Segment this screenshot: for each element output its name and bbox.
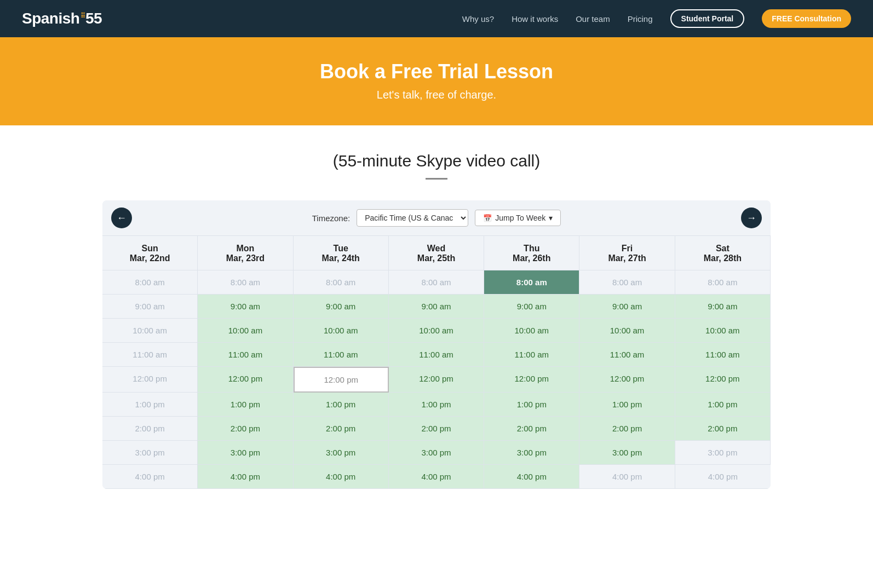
- section-title: (55-minute Skype video call): [11, 152, 862, 170]
- time-slot-3-6[interactable]: 11:00 am: [675, 343, 771, 367]
- time-slot-8-1[interactable]: 4:00 pm: [198, 465, 293, 489]
- jump-week-label: Jump To Week: [495, 214, 545, 222]
- time-slot-5-0: 1:00 pm: [102, 393, 198, 417]
- time-slot-1-0: 9:00 am: [102, 295, 198, 319]
- nav-why-us[interactable]: Why us?: [462, 14, 494, 24]
- navbar: Spanish⠿55 Why us? How it works Our team…: [0, 0, 873, 37]
- logo: Spanish⠿55: [22, 10, 102, 27]
- header-day-6: SatMar, 28th: [675, 236, 771, 270]
- time-slot-0-1: 8:00 am: [198, 270, 293, 295]
- calendar-box: ← Timezone: Pacific Time (US & Canac 📅 J…: [102, 200, 771, 489]
- hero-title: Book a Free Trial Lesson: [11, 60, 862, 83]
- time-slot-5-2[interactable]: 1:00 pm: [294, 393, 389, 417]
- calendar-toolbar: ← Timezone: Pacific Time (US & Canac 📅 J…: [102, 200, 771, 235]
- time-slot-8-5: 4:00 pm: [579, 465, 675, 489]
- time-slot-3-4[interactable]: 11:00 am: [484, 343, 579, 367]
- jump-to-week-button[interactable]: 📅 Jump To Week ▾: [475, 210, 561, 226]
- time-slot-2-1[interactable]: 10:00 am: [198, 319, 293, 343]
- time-slot-7-4[interactable]: 3:00 pm: [484, 441, 579, 465]
- header-day-2: TueMar, 24th: [294, 236, 389, 270]
- nav-pricing[interactable]: Pricing: [628, 14, 653, 24]
- header-day-1: MonMar, 23rd: [198, 236, 293, 270]
- time-slot-4-5[interactable]: 12:00 pm: [579, 367, 675, 393]
- student-portal-button[interactable]: Student Portal: [670, 9, 745, 28]
- time-slot-5-4[interactable]: 1:00 pm: [484, 393, 579, 417]
- time-slot-7-3[interactable]: 3:00 pm: [389, 441, 484, 465]
- time-slot-5-3[interactable]: 1:00 pm: [389, 393, 484, 417]
- time-slot-3-5[interactable]: 11:00 am: [579, 343, 675, 367]
- time-slot-8-4[interactable]: 4:00 pm: [484, 465, 579, 489]
- timezone-label: Timezone:: [312, 214, 350, 223]
- time-slot-1-5[interactable]: 9:00 am: [579, 295, 675, 319]
- logo-dots: ⠿: [81, 12, 85, 20]
- time-slot-6-6[interactable]: 2:00 pm: [675, 417, 771, 441]
- header-day-3: WedMar, 25th: [389, 236, 484, 270]
- time-slot-1-2[interactable]: 9:00 am: [294, 295, 389, 319]
- section-divider: [426, 178, 447, 180]
- next-week-button[interactable]: →: [741, 207, 762, 228]
- nav-our-team[interactable]: Our team: [576, 14, 610, 24]
- time-slot-0-4[interactable]: 8:00 am: [484, 270, 579, 295]
- time-slot-3-1[interactable]: 11:00 am: [198, 343, 293, 367]
- time-slot-6-1[interactable]: 2:00 pm: [198, 417, 293, 441]
- time-slot-4-0: 12:00 pm: [102, 367, 198, 393]
- calendar-scroll[interactable]: SunMar, 22ndMonMar, 23rdTueMar, 24thWedM…: [102, 235, 771, 489]
- time-slot-5-6[interactable]: 1:00 pm: [675, 393, 771, 417]
- time-slot-7-0: 3:00 pm: [102, 441, 198, 465]
- time-slot-1-3[interactable]: 9:00 am: [389, 295, 484, 319]
- time-slot-2-5[interactable]: 10:00 am: [579, 319, 675, 343]
- hero-subtitle: Let's talk, free of charge.: [11, 89, 862, 101]
- time-slot-2-4[interactable]: 10:00 am: [484, 319, 579, 343]
- time-slot-2-3[interactable]: 10:00 am: [389, 319, 484, 343]
- time-slot-3-0: 11:00 am: [102, 343, 198, 367]
- time-slot-0-5: 8:00 am: [579, 270, 675, 295]
- time-slot-6-5[interactable]: 2:00 pm: [579, 417, 675, 441]
- time-slot-2-0: 10:00 am: [102, 319, 198, 343]
- logo-text: Spanish⠿55: [22, 10, 102, 27]
- time-slot-4-3[interactable]: 12:00 pm: [389, 367, 484, 393]
- time-slot-3-2[interactable]: 11:00 am: [294, 343, 389, 367]
- time-slot-7-6: 3:00 pm: [675, 441, 771, 465]
- header-day-5: FriMar, 27th: [579, 236, 675, 270]
- nav-links: Why us? How it works Our team Pricing St…: [462, 9, 851, 28]
- logo-number: 55: [85, 10, 102, 27]
- time-slot-8-6: 4:00 pm: [675, 465, 771, 489]
- time-slot-7-1[interactable]: 3:00 pm: [198, 441, 293, 465]
- time-slot-6-2[interactable]: 2:00 pm: [294, 417, 389, 441]
- hero-banner: Book a Free Trial Lesson Let's talk, fre…: [0, 37, 873, 125]
- time-slot-1-6[interactable]: 9:00 am: [675, 295, 771, 319]
- time-slot-1-1[interactable]: 9:00 am: [198, 295, 293, 319]
- time-slot-1-4[interactable]: 9:00 am: [484, 295, 579, 319]
- time-slot-6-0: 2:00 pm: [102, 417, 198, 441]
- time-slot-7-2[interactable]: 3:00 pm: [294, 441, 389, 465]
- prev-week-button[interactable]: ←: [111, 207, 132, 228]
- nav-how-it-works[interactable]: How it works: [512, 14, 558, 24]
- free-consultation-button[interactable]: FREE Consultation: [762, 9, 851, 28]
- time-slot-2-6[interactable]: 10:00 am: [675, 319, 771, 343]
- time-slot-7-5[interactable]: 3:00 pm: [579, 441, 675, 465]
- time-slot-4-1[interactable]: 12:00 pm: [198, 367, 293, 393]
- timezone-select[interactable]: Pacific Time (US & Canac: [357, 209, 468, 227]
- header-day-0: SunMar, 22nd: [102, 236, 198, 270]
- time-slot-6-3[interactable]: 2:00 pm: [389, 417, 484, 441]
- calendar-wrapper: ← Timezone: Pacific Time (US & Canac 📅 J…: [91, 200, 782, 511]
- time-slot-6-4[interactable]: 2:00 pm: [484, 417, 579, 441]
- time-slot-3-3[interactable]: 11:00 am: [389, 343, 484, 367]
- time-slot-8-0: 4:00 pm: [102, 465, 198, 489]
- time-slot-8-3[interactable]: 4:00 pm: [389, 465, 484, 489]
- time-slot-4-4[interactable]: 12:00 pm: [484, 367, 579, 393]
- calendar-icon: 📅: [483, 214, 492, 222]
- time-slot-5-5[interactable]: 1:00 pm: [579, 393, 675, 417]
- time-slot-0-0: 8:00 am: [102, 270, 198, 295]
- time-slot-0-2: 8:00 am: [294, 270, 389, 295]
- time-slot-8-2[interactable]: 4:00 pm: [294, 465, 389, 489]
- time-slot-0-3: 8:00 am: [389, 270, 484, 295]
- time-slot-5-1[interactable]: 1:00 pm: [198, 393, 293, 417]
- time-slot-0-6: 8:00 am: [675, 270, 771, 295]
- dropdown-arrow: ▾: [549, 214, 553, 222]
- header-day-4: ThuMar, 26th: [484, 236, 579, 270]
- time-slot-2-2[interactable]: 10:00 am: [294, 319, 389, 343]
- section-title-area: (55-minute Skype video call): [0, 125, 873, 185]
- time-slot-4-2[interactable]: 12:00 pm: [294, 367, 389, 393]
- time-slot-4-6[interactable]: 12:00 pm: [675, 367, 771, 393]
